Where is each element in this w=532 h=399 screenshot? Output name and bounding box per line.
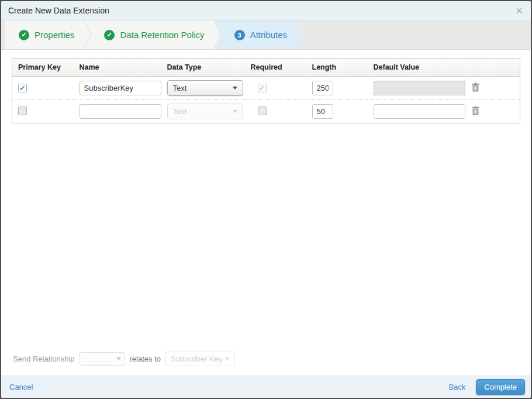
table-header-row: Primary Key Name Data Type Required Leng… [12,59,520,77]
relates-to-label: relates to [130,355,161,363]
trash-icon [471,82,480,92]
modal-footer: Cancel Back Complete [1,376,531,398]
send-relationship-label: Send Relationship [13,355,75,363]
modal-title: Create New Data Extension [8,6,109,15]
dropdown-arrow-icon [233,87,237,90]
col-header-primary-key: Primary Key [12,59,74,77]
data-type-value: Text [173,84,187,92]
modal-titlebar: Create New Data Extension × [1,1,531,20]
attributes-table: Primary Key Name Data Type Required Leng… [12,58,520,123]
create-data-extension-modal: Create New Data Extension × ✓ Properties… [0,0,532,399]
length-input[interactable] [312,81,333,95]
step-label: Data Retention Policy [120,30,204,40]
check-circle-icon: ✓ [19,30,29,40]
dropdown-arrow-icon [116,357,121,360]
step-label: Attributes [250,30,287,40]
step-attributes[interactable]: 3 Attributes [215,20,303,49]
step-data-retention-policy[interactable]: ✓ Data Retention Policy [84,20,220,49]
length-input[interactable] [312,104,333,119]
col-header-required: Required [245,59,306,77]
required-checkbox [258,84,267,92]
attribute-row-1: Text [12,77,520,100]
attribute-row-2: Text [12,100,520,123]
data-type-value: Text [173,107,187,116]
send-relationship-select [80,352,125,366]
step-number-badge: 3 [234,30,245,40]
primary-key-checkbox[interactable] [18,84,27,92]
cancel-link[interactable]: Cancel [9,383,33,391]
trash-icon [471,106,480,116]
subscriber-key-select: Subscriber Key [165,352,235,366]
step-label: Properties [34,30,74,40]
required-checkbox[interactable] [258,106,267,115]
col-header-actions [465,59,520,77]
name-input[interactable] [80,104,161,119]
col-header-default-value: Default Value [368,59,465,77]
send-relationship-row: Send Relationship relates to Subscriber … [12,352,520,376]
delete-row-button[interactable] [471,106,480,116]
col-header-data-type: Data Type [161,59,245,77]
close-icon[interactable]: × [514,5,524,16]
check-circle-icon: ✓ [104,30,115,40]
data-type-select[interactable]: Text [167,80,243,96]
name-input[interactable] [80,81,161,95]
default-value-input[interactable] [374,104,465,119]
dropdown-arrow-icon [233,110,237,113]
complete-button[interactable]: Complete [476,379,525,395]
empty-value-placeholder [84,356,113,363]
modal-content: Primary Key Name Data Type Required Leng… [1,50,531,376]
col-header-length: Length [306,59,368,77]
back-link[interactable]: Back [448,383,465,391]
step-properties[interactable]: ✓ Properties [5,20,91,49]
primary-key-checkbox[interactable] [18,106,27,115]
dropdown-arrow-icon [225,357,230,360]
delete-row-button[interactable] [471,82,480,92]
default-value-input [374,81,465,95]
subscriber-key-value: Subscriber Key [171,355,222,363]
data-type-select: Text [167,104,243,119]
wizard-stepbar: ✓ Properties ✓ Data Retention Policy 3 A… [1,20,531,50]
col-header-name: Name [74,59,161,77]
